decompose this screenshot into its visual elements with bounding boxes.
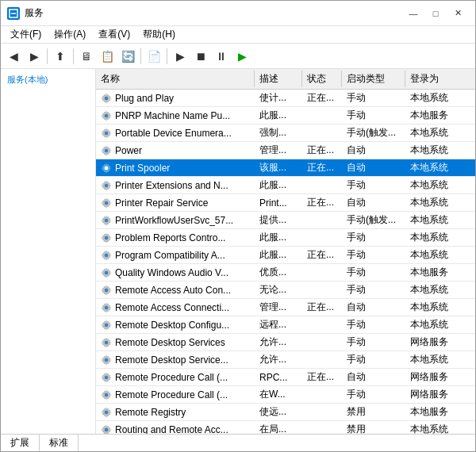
sidebar: 服务(本地)	[1, 69, 96, 434]
minimize-button[interactable]: —	[402, 5, 424, 22]
table-row[interactable]: PNRP Machine Name Pu... 此服... 手动 本地服务	[96, 107, 475, 124]
cell-desc: 优质...	[255, 264, 302, 281]
table-row[interactable]: Remote Desktop Configu... 远程... 手动 本地系统	[96, 316, 475, 334]
table-row[interactable]: Remote Registry 使远... 禁用 本地服务	[96, 404, 475, 421]
toolbar-separator-2	[73, 48, 74, 64]
cell-desc: 在W...	[255, 386, 302, 403]
cell-status	[302, 421, 342, 434]
service-icon	[101, 389, 112, 400]
svg-point-39	[105, 410, 108, 413]
cell-name: Portable Device Enumera...	[96, 124, 255, 141]
col-header-login[interactable]: 登录为	[405, 71, 469, 87]
refresh-button[interactable]: 🔄	[118, 47, 137, 66]
status-tab-expand[interactable]: 扩展	[1, 435, 40, 451]
service-icon	[101, 232, 112, 243]
table-row[interactable]: Quality Windows Audio V... 优质... 手动 本地服务	[96, 264, 475, 282]
table-row[interactable]: Program Compatibility A... 此服... 正在... 手…	[96, 247, 475, 264]
cell-startup: 自动	[342, 159, 405, 176]
start-button[interactable]: ▶	[171, 47, 190, 66]
app-icon	[7, 7, 20, 20]
up-button[interactable]: ⬆	[51, 47, 70, 66]
cell-name: Remote Desktop Configu...	[96, 316, 255, 333]
table-row[interactable]: PrintWorkflowUserSvc_57... 提供... 手动(触发..…	[96, 212, 475, 229]
show-hide-button[interactable]: 🖥	[77, 47, 96, 66]
svg-point-11	[105, 166, 108, 169]
cell-startup: 手动	[342, 334, 405, 350]
table-row[interactable]: Remote Desktop Service... 允许... 手动 本地系统	[96, 351, 475, 369]
cell-name: Printer Repair Service	[96, 194, 255, 211]
menu-view[interactable]: 查看(V)	[92, 26, 136, 43]
service-icon	[101, 285, 112, 296]
close-button[interactable]: ✕	[447, 5, 469, 22]
table-row[interactable]: Plug and Play 使计... 正在... 手动 本地系统	[96, 90, 475, 107]
table-row[interactable]: Power 管理... 正在... 自动 本地系统	[96, 142, 475, 159]
cell-desc: 管理...	[255, 142, 302, 159]
menu-help[interactable]: 帮助(H)	[136, 26, 182, 43]
col-header-startup[interactable]: 启动类型	[342, 71, 405, 87]
svg-point-15	[105, 201, 108, 204]
sidebar-item-local[interactable]: 服务(本地)	[4, 72, 92, 87]
service-icon	[101, 128, 112, 139]
properties-button[interactable]: 📋	[98, 47, 117, 66]
cell-status	[302, 124, 342, 141]
service-icon	[101, 320, 112, 331]
toolbar-separator-3	[140, 48, 141, 64]
table-row[interactable]: Portable Device Enumera... 强制... 手动(触发..…	[96, 124, 475, 142]
table-row[interactable]: Problem Reports Contro... 此服... 手动 本地系统	[96, 229, 475, 247]
forward-button[interactable]: ▶	[25, 47, 44, 66]
cell-login: 本地系统	[405, 229, 469, 246]
cell-status	[302, 264, 342, 281]
svg-point-13	[105, 183, 108, 186]
status-tab-standard[interactable]: 标准	[40, 435, 79, 451]
export-button[interactable]: 📄	[144, 47, 163, 66]
table-body[interactable]: Plug and Play 使计... 正在... 手动 本地系统 PNRP M…	[96, 90, 475, 434]
cell-startup: 手动	[342, 351, 405, 368]
title-bar: 服务 — □ ✕	[1, 1, 475, 26]
col-header-name[interactable]: 名称	[96, 71, 255, 87]
maximize-button[interactable]: □	[424, 5, 447, 22]
back-button[interactable]: ◀	[4, 47, 23, 66]
table-row[interactable]: Remote Access Connecti... 管理... 正在... 自动…	[96, 299, 475, 316]
cell-login: 本地系统	[405, 159, 469, 176]
table-row[interactable]: Remote Access Auto Con... 无论... 手动 本地系统	[96, 282, 475, 299]
table-row[interactable]: Routing and Remote Acc... 在局... 禁用 本地系统	[96, 421, 475, 434]
table-header: 名称 描述 状态 启动类型 登录为	[96, 69, 475, 90]
cell-name: PrintWorkflowUserSvc_57...	[96, 212, 255, 228]
table-row[interactable]: Printer Repair Service Print... 正在... 自动…	[96, 194, 475, 212]
cell-login: 本地系统	[405, 421, 469, 434]
resume-button[interactable]: ▶	[232, 47, 251, 66]
cell-status	[302, 282, 342, 298]
cell-startup: 自动	[342, 142, 405, 159]
svg-point-9	[105, 148, 108, 151]
services-window: 服务 — □ ✕ 文件(F) 操作(A) 查看(V) 帮助(H) ◀ ▶ ⬆ 🖥…	[0, 0, 476, 452]
cell-desc: RPC...	[255, 369, 302, 385]
menu-file[interactable]: 文件(F)	[4, 26, 48, 43]
table-row[interactable]: Remote Desktop Services 允许... 手动 网络服务	[96, 334, 475, 351]
sidebar-item-label: 服务(本地)	[7, 75, 48, 84]
pause-button[interactable]: ⏸	[212, 47, 231, 66]
cell-desc: 无论...	[255, 282, 302, 298]
cell-login: 本地系统	[405, 247, 469, 263]
menu-action[interactable]: 操作(A)	[48, 26, 92, 43]
cell-desc: 此服...	[255, 229, 302, 246]
cell-login: 本地系统	[405, 299, 469, 316]
service-icon	[101, 337, 112, 348]
col-header-status[interactable]: 状态	[302, 71, 342, 87]
col-header-desc[interactable]: 描述	[255, 71, 302, 87]
table-row[interactable]: Printer Extensions and N... 此服... 手动 本地系…	[96, 177, 475, 194]
cell-startup: 手动	[342, 247, 405, 263]
cell-name: Remote Procedure Call (...	[96, 386, 255, 403]
table-row[interactable]: Print Spooler 该服... 正在... 自动 本地系统	[96, 159, 475, 177]
svg-point-41	[105, 427, 108, 431]
cell-status: 正在...	[302, 299, 342, 316]
stop-button[interactable]: ⏹	[191, 47, 210, 66]
cell-desc: 允许...	[255, 351, 302, 368]
table-row[interactable]: Remote Procedure Call (... RPC... 正在... …	[96, 369, 475, 386]
cell-startup: 手动	[342, 282, 405, 298]
cell-name: Problem Reports Contro...	[96, 229, 255, 246]
cell-status	[302, 316, 342, 333]
toolbar-separator-1	[47, 48, 48, 64]
cell-name: Printer Extensions and N...	[96, 177, 255, 193]
table-row[interactable]: Remote Procedure Call (... 在W... 手动 网络服务	[96, 386, 475, 404]
cell-startup: 自动	[342, 369, 405, 385]
